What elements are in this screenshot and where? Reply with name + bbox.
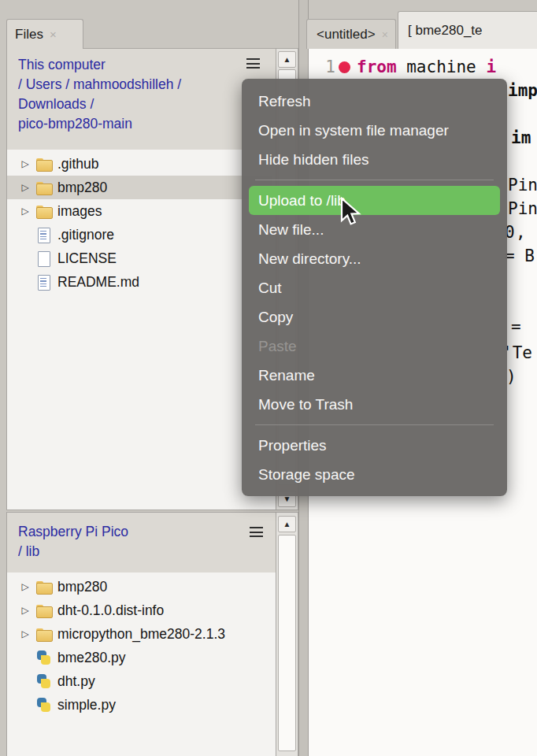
files-tab-label: Files [15,27,43,43]
file-name: LICENSE [57,250,117,267]
pico-menu-icon[interactable] [250,527,263,537]
menu-item-hide-hidden-files[interactable]: Hide hidden files [246,145,503,174]
folder-icon [36,580,52,594]
mouse-cursor-icon [339,197,365,228]
document-icon [36,275,52,289]
breakpoint-icon[interactable] [339,61,350,73]
python-file-icon [36,674,52,688]
menu-separator [255,180,494,180]
code-fragment: = B [505,244,535,268]
menu-item-storage-space[interactable]: Storage space [246,460,503,489]
close-icon[interactable]: × [382,28,388,41]
files-context-menu: Refresh Open in system file manager Hide… [242,79,507,496]
code-fragment: Pin [508,197,537,220]
document-icon [36,228,52,242]
tree-row-gitignore[interactable]: .gitignore [7,223,272,246]
code-token: from [357,57,397,76]
expander-icon[interactable]: ▷ [20,581,31,592]
close-icon[interactable]: × [50,28,57,41]
python-file-icon [36,650,52,665]
expander-icon[interactable]: ▷ [20,182,31,193]
thonny-window: Files × This computer / Users / mahmoods… [0,0,537,756]
menu-item-paste: Paste [246,332,503,361]
tree-row-bmp280[interactable]: ▷ bmp280 [7,176,272,199]
files-tree: ▷ .github ▷ bmp280 ▷ images .gitignore [7,150,272,294]
expander-icon[interactable]: ▷ [20,628,31,639]
folder-icon [36,180,52,195]
menu-item-rename[interactable]: Rename [246,361,503,390]
file-name: .gitignore [57,227,114,243]
tree-row-bme280-py[interactable]: bme280.py [7,646,272,669]
tab-bme280-test[interactable]: [ bme280_te [398,11,537,49]
menu-item-new-directory[interactable]: New directory... [246,244,503,273]
expander-icon[interactable]: ▷ [20,206,31,217]
scrollbar-thumb[interactable] [278,535,296,751]
tree-row-readme[interactable]: README.md [7,270,272,294]
code-token: machine [397,57,487,76]
menu-item-new-file[interactable]: New file... [246,215,503,244]
document-icon [36,251,52,265]
folder-icon [36,603,52,617]
pico-tree: ▷ bmp280 ▷ dht-0.1.0.dist-info ▷ micropy… [7,573,272,717]
menu-item-copy[interactable]: Copy [246,302,503,332]
scroll-up-button[interactable]: ▲ [278,516,296,532]
code-fragment: , [516,220,526,244]
code-fragment: im [511,126,531,150]
menu-item-refresh[interactable]: Refresh [246,87,503,116]
tree-row-images[interactable]: ▷ images [7,199,272,223]
folder-icon [36,204,52,218]
menu-separator [255,424,494,425]
code-token: i [486,57,496,76]
folder-icon [36,157,52,171]
code-fragment: Pin [508,173,537,197]
code-fragment: ) [506,365,517,388]
expander-icon[interactable]: ▷ [20,158,31,169]
code-fragment: imp [508,79,537,102]
scroll-up-button[interactable]: ▲ [278,51,296,68]
file-name: bme280.py [57,650,126,666]
pico-scrollbar[interactable]: ▲ [276,513,298,756]
tab-untitled[interactable]: <untitled> × [306,19,396,49]
files-menu-icon[interactable] [246,58,260,69]
tab-label: [ bme280_te [408,23,483,39]
tree-row-simple-py[interactable]: simple.py [7,693,272,717]
menu-item-open-in-system-file-manager[interactable]: Open in system file manager [246,116,503,145]
menu-item-properties[interactable]: Properties [246,431,503,460]
file-name: dht.py [57,673,95,690]
file-name: simple.py [57,697,116,713]
pico-panel-header: Raspberry Pi Pico / lib [7,513,298,573]
menu-item-cut[interactable]: Cut [246,273,503,302]
file-name: .github [57,156,99,172]
tree-row-license[interactable]: LICENSE [7,246,272,270]
pico-panel: Raspberry Pi Pico / lib ▷ bmp280 ▷ dht-0… [6,512,298,756]
file-name: bmp280 [57,579,107,595]
file-name: micropython_bme280-2.1.3 [57,626,225,643]
expander-icon[interactable]: ▷ [20,605,31,616]
files-panel-tab[interactable]: Files × [6,19,83,49]
code-fragment: = [511,315,521,339]
tree-row-dht-dist-info[interactable]: ▷ dht-0.1.0.dist-info [7,598,272,622]
folder-icon [36,627,52,641]
file-name: dht-0.1.0.dist-info [57,602,164,619]
tree-row-bmp280-pico[interactable]: ▷ bmp280 [7,575,272,598]
file-name: images [57,203,102,220]
tree-row-dht-py[interactable]: dht.py [7,669,272,693]
menu-item-upload-to-lib[interactable]: Upload to /lib [249,186,500,215]
menu-item-move-to-trash[interactable]: Move to Trash [246,390,503,419]
pico-path-lib[interactable]: / lib [18,542,290,561]
tree-row-github[interactable]: ▷ .github [7,152,272,176]
file-name: README.md [57,274,139,291]
code-line-1: 1from machine i [309,55,537,79]
line-number: 1 [309,55,335,79]
file-name: bmp280 [57,180,107,196]
tree-row-micropython-bme280[interactable]: ▷ micropython_bme280-2.1.3 [7,622,272,646]
tab-label: <untitled> [317,27,376,43]
python-file-icon [36,698,52,712]
